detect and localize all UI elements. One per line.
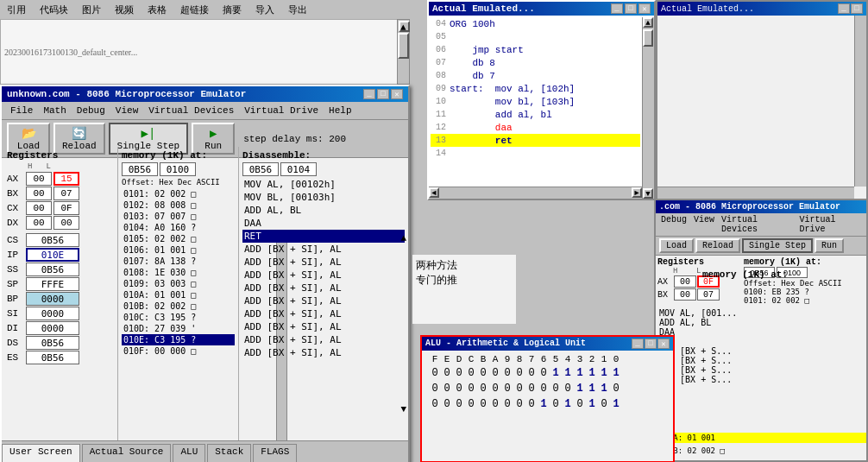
line-num-07: 07 <box>431 58 446 67</box>
source-close-btn[interactable]: ✕ <box>638 3 651 14</box>
memory-col-headers: Offset: Hex Dec ASCII <box>122 178 235 187</box>
menu-view[interactable]: View <box>110 104 143 117</box>
top-menu-导入[interactable]: 导入 <box>252 2 278 18</box>
top-menu-导出[interactable]: 导出 <box>285 2 311 18</box>
disasm-scroll-down[interactable]: ▼ <box>400 404 406 415</box>
top-menu-视频[interactable]: 视频 <box>111 2 137 18</box>
alu-row-3: 0 0 0 0 0 0 0 0 0 1 0 1 0 1 0 1 <box>429 398 666 410</box>
source-hscroll-right[interactable]: ► <box>632 187 642 198</box>
reg-ss-val[interactable]: 0B56 <box>26 263 79 276</box>
right-bx-l[interactable]: 07 <box>697 288 720 301</box>
right-top-max[interactable]: □ <box>851 3 863 14</box>
disassemble-inputs <box>242 162 405 176</box>
reg-cx-l[interactable]: 0F <box>53 201 79 215</box>
right-menu-debug[interactable]: Debug <box>657 214 690 235</box>
reg-es-label: ES <box>7 352 24 363</box>
reg-bx-l[interactable]: 07 <box>53 187 79 200</box>
tab-stack[interactable]: Stack <box>207 444 251 462</box>
reg-es-val[interactable]: 0B56 <box>26 351 79 364</box>
mem-row-010a: 010A: 01 001 □ <box>122 289 235 301</box>
main-content-area: Registers H L AX 00 15 BX 00 07 CX 00 <box>2 147 408 440</box>
reg-di-val[interactable]: 0000 <box>26 321 79 335</box>
menu-math[interactable]: Math <box>38 104 71 117</box>
menu-file[interactable]: File <box>5 104 38 117</box>
r3-b7: 0 <box>525 398 538 410</box>
right-menu-view[interactable]: View <box>690 214 718 235</box>
reg-ax-l[interactable]: 15 <box>53 172 79 186</box>
source-hscrollbar[interactable]: ◄ ► <box>429 187 642 199</box>
menu-virtual-drive[interactable]: Virtual Drive <box>239 104 324 117</box>
right-mem-row-0: 0100: EB 235 ? <box>744 288 865 296</box>
source-minimize-btn[interactable]: _ <box>611 3 623 14</box>
reg-ds-val[interactable]: 0B56 <box>26 336 79 350</box>
source-vscrollbar[interactable]: ▲ ▼ <box>642 17 654 199</box>
top-menu-摘要[interactable]: 摘要 <box>219 2 245 18</box>
source-scroll-up[interactable]: ▲ <box>643 17 653 28</box>
line-num-13: 13 <box>431 136 446 145</box>
disasm-scroll-up[interactable]: ▲ <box>400 233 406 244</box>
reg-bp-val[interactable]: 0000 <box>26 292 79 306</box>
menu-virtual-devices[interactable]: Virtual Devices <box>143 104 239 117</box>
right-menu-vdevices[interactable]: Virtual Devices <box>718 214 796 235</box>
right-load-btn[interactable]: Load <box>659 238 694 253</box>
reg-cs-val[interactable]: 0B56 <box>26 233 79 247</box>
close-button[interactable]: ✕ <box>391 89 403 99</box>
top-menu-图片[interactable]: 图片 <box>79 2 104 18</box>
r1-b8: 0 <box>513 367 525 379</box>
reg-si-val[interactable]: 0000 <box>26 307 79 320</box>
right-memory-title: memory (1K) at: <box>744 257 865 267</box>
reg-bx-h[interactable]: 00 <box>26 187 52 200</box>
right-run-btn[interactable]: Run <box>815 238 844 253</box>
menu-debug[interactable]: Debug <box>72 104 110 117</box>
source-window-title: Actual Emulated... <box>432 3 535 14</box>
top-menu-表格[interactable]: 表格 <box>144 2 170 18</box>
reg-di-row: DI 0000 <box>7 321 114 335</box>
source-code-window: Actual Emulated... _ □ ✕ ▲ ▼ 04 ORG 100h… <box>427 0 656 200</box>
source-maximize-btn[interactable]: □ <box>625 3 637 14</box>
top-menu-代码块[interactable]: 代码块 <box>36 2 72 18</box>
minimize-button[interactable]: _ <box>363 89 375 99</box>
disasm-offset-input[interactable] <box>280 162 317 176</box>
tab-flags[interactable]: FLAGS <box>253 444 297 462</box>
right-top-hscroll[interactable] <box>657 187 854 199</box>
right-ax-h[interactable]: 00 <box>674 275 696 288</box>
maximize-button[interactable]: □ <box>377 89 389 99</box>
reg-sp-val[interactable]: FFFE <box>26 277 79 291</box>
reg-cx-h[interactable]: 00 <box>26 201 52 215</box>
bg-scrollbar[interactable]: ▲ <box>397 19 410 85</box>
right-top-vscroll[interactable] <box>854 16 866 187</box>
source-scroll-down[interactable]: ▼ <box>643 188 653 199</box>
tab-actual-source[interactable]: Actual Source <box>82 444 172 462</box>
alu-maximize[interactable]: □ <box>645 339 657 349</box>
step-delay-label: step delay ms: 200 <box>243 134 346 144</box>
reg-ip-val[interactable]: 010E <box>26 248 79 262</box>
alu-close[interactable]: ✕ <box>657 339 670 349</box>
top-menu-超链接[interactable]: 超链接 <box>177 2 212 18</box>
r2-b1: 1 <box>598 383 610 395</box>
source-hscroll-track[interactable] <box>439 187 632 199</box>
memory-offset-input[interactable] <box>160 162 196 176</box>
right-bx-h[interactable]: 00 <box>674 288 696 301</box>
r1-b9: 0 <box>501 367 513 379</box>
reg-ip-label: IP <box>7 250 24 260</box>
right-menu-vdrive[interactable]: Virtual Drive <box>796 214 865 235</box>
menu-help[interactable]: Help <box>324 104 356 117</box>
scroll-thumb[interactable] <box>398 33 409 59</box>
tab-alu[interactable]: ALU <box>173 444 205 462</box>
tab-user-screen[interactable]: User Screen <box>2 444 80 462</box>
source-hscroll-left[interactable]: ◄ <box>429 187 439 198</box>
memory-seg-input[interactable] <box>122 162 158 176</box>
right-singlestep-btn[interactable]: Single Step <box>742 238 813 253</box>
top-menu-引用[interactable]: 引用 <box>3 2 29 18</box>
alu-title-text: ALU - Arithmetic & Logical Unit <box>425 339 586 349</box>
source-scroll-thumb[interactable] <box>643 29 653 47</box>
right-reload-btn[interactable]: Reload <box>695 238 740 253</box>
alu-minimize[interactable]: _ <box>632 339 644 349</box>
right-top-min[interactable]: _ <box>838 3 850 14</box>
reg-ax-h[interactable]: 00 <box>26 172 52 186</box>
reg-dx-h[interactable]: 00 <box>26 216 52 230</box>
reg-dx-l[interactable]: 00 <box>53 216 79 230</box>
scroll-up-btn[interactable]: ▲ <box>399 21 410 32</box>
alu-title-bar: ALU - Arithmetic & Logical Unit _ □ ✕ <box>422 337 673 351</box>
disasm-seg-input[interactable] <box>242 162 279 176</box>
